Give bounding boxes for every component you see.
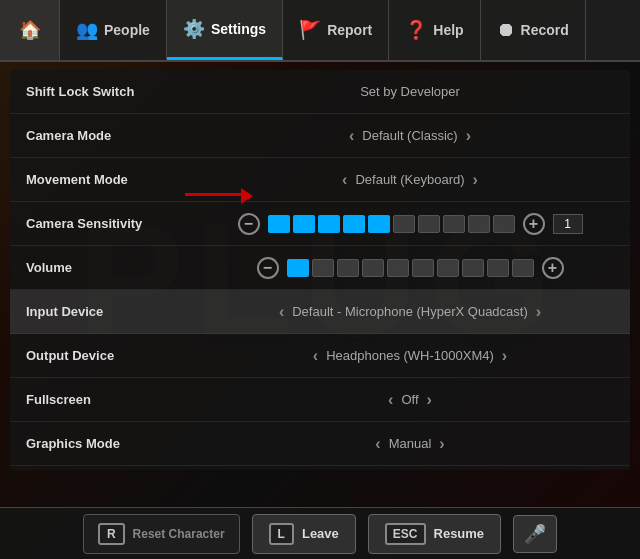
input-device-arrow	[185, 193, 245, 196]
sensitivity-blocks	[268, 215, 515, 233]
nav-help-label: Help	[433, 22, 463, 38]
label-camera-sensitivity: Camera Sensitivity	[26, 216, 206, 231]
settings-icon: ⚙️	[183, 18, 205, 40]
control-fullscreen: ‹ Off ›	[206, 391, 614, 409]
leave-key-badge: L	[269, 523, 294, 545]
volume-decrease[interactable]: −	[257, 257, 279, 279]
mic-button[interactable]: 🎤	[513, 515, 557, 553]
chevron-right-camera[interactable]: ›	[466, 127, 471, 145]
vol-block-4	[362, 259, 384, 277]
block-7	[418, 215, 440, 233]
block-2	[293, 215, 315, 233]
block-3	[318, 215, 340, 233]
label-output-device: Output Device	[26, 348, 206, 363]
resume-button[interactable]: ESC Resume	[368, 514, 501, 554]
chevron-right-input[interactable]: ›	[536, 303, 541, 321]
label-fullscreen: Fullscreen	[26, 392, 206, 407]
label-volume: Volume	[26, 260, 206, 275]
value-movement-mode: Default (Keyboard)	[355, 172, 464, 187]
control-volume: − +	[206, 257, 614, 279]
block-5	[368, 215, 390, 233]
vol-block-9	[487, 259, 509, 277]
nav-record-label: Record	[521, 22, 569, 38]
reset-key-badge: R	[98, 523, 125, 545]
chevron-left-movement[interactable]: ‹	[342, 171, 347, 189]
row-graphics-mode: Graphics Mode ‹ Manual ›	[10, 422, 630, 466]
row-fullscreen: Fullscreen ‹ Off ›	[10, 378, 630, 422]
row-volume: Volume − +	[10, 246, 630, 290]
block-10	[493, 215, 515, 233]
row-output-device: Output Device ‹ Headphones (WH-1000XM4) …	[10, 334, 630, 378]
row-movement-mode: Movement Mode ‹ Default (Keyboard) ›	[10, 158, 630, 202]
control-camera-sensitivity: − + 1	[206, 213, 614, 235]
chevron-right-output[interactable]: ›	[502, 347, 507, 365]
nav-home[interactable]: 🏠	[0, 0, 60, 60]
label-graphics-mode: Graphics Mode	[26, 436, 206, 451]
sensitivity-value: 1	[553, 214, 583, 234]
nav-help[interactable]: ❓ Help	[389, 0, 480, 60]
vol-block-8	[462, 259, 484, 277]
mic-icon: 🎤	[524, 523, 546, 545]
report-icon: 🚩	[299, 19, 321, 41]
nav-record[interactable]: ⏺ Record	[481, 0, 586, 60]
row-graphics-quality: Graphics Quality −	[10, 466, 630, 470]
settings-list: Shift Lock Switch Set by Developer Camer…	[10, 70, 630, 470]
bottom-bar: R Reset Character L Leave ESC Resume 🎤	[0, 507, 640, 559]
label-input-device: Input Device	[26, 304, 206, 319]
value-fullscreen: Off	[401, 392, 418, 407]
label-movement-mode: Movement Mode	[26, 172, 206, 187]
nav-report[interactable]: 🚩 Report	[283, 0, 389, 60]
block-6	[393, 215, 415, 233]
chevron-left-fullscreen[interactable]: ‹	[388, 391, 393, 409]
nav-settings-label: Settings	[211, 21, 266, 37]
record-icon: ⏺	[497, 20, 515, 41]
vol-block-1	[287, 259, 309, 277]
sensitivity-decrease[interactable]: −	[238, 213, 260, 235]
block-4	[343, 215, 365, 233]
reset-character-button[interactable]: R Reset Character	[83, 514, 240, 554]
chevron-right-movement[interactable]: ›	[473, 171, 478, 189]
resume-label: Resume	[434, 526, 485, 541]
control-camera-mode: ‹ Default (Classic) ›	[206, 127, 614, 145]
vol-block-3	[337, 259, 359, 277]
block-1	[268, 215, 290, 233]
volume-increase[interactable]: +	[542, 257, 564, 279]
chevron-left-output[interactable]: ‹	[313, 347, 318, 365]
row-shift-lock: Shift Lock Switch Set by Developer	[10, 70, 630, 114]
reset-label: Reset Character	[133, 527, 225, 541]
chevron-right-gfx-mode[interactable]: ›	[439, 435, 444, 453]
control-input-device: ‹ Default - Microphone (HyperX Quadcast)…	[206, 303, 614, 321]
row-camera-sensitivity: Camera Sensitivity − + 1	[10, 202, 630, 246]
vol-block-2	[312, 259, 334, 277]
control-graphics-mode: ‹ Manual ›	[206, 435, 614, 453]
sensitivity-increase[interactable]: +	[523, 213, 545, 235]
value-graphics-mode: Manual	[389, 436, 432, 451]
red-arrow-icon	[185, 193, 245, 196]
control-movement-mode: ‹ Default (Keyboard) ›	[206, 171, 614, 189]
volume-blocks	[287, 259, 534, 277]
help-icon: ❓	[405, 19, 427, 41]
value-input-device: Default - Microphone (HyperX Quadcast)	[292, 304, 528, 319]
leave-label: Leave	[302, 526, 339, 541]
nav-settings[interactable]: ⚙️ Settings	[167, 0, 283, 60]
chevron-right-fullscreen[interactable]: ›	[427, 391, 432, 409]
control-shift-lock: Set by Developer	[206, 84, 614, 99]
value-shift-lock: Set by Developer	[360, 84, 460, 99]
nav-people-label: People	[104, 22, 150, 38]
nav-bar: 🏠 👥 People ⚙️ Settings 🚩 Report ❓ Help ⏺…	[0, 0, 640, 62]
nav-people[interactable]: 👥 People	[60, 0, 167, 60]
home-icon: 🏠	[19, 19, 41, 41]
chevron-left-camera[interactable]: ‹	[349, 127, 354, 145]
chevron-left-input[interactable]: ‹	[279, 303, 284, 321]
resume-key-badge: ESC	[385, 523, 426, 545]
row-camera-mode: Camera Mode ‹ Default (Classic) ›	[10, 114, 630, 158]
chevron-left-gfx-mode[interactable]: ‹	[375, 435, 380, 453]
block-8	[443, 215, 465, 233]
value-output-device: Headphones (WH-1000XM4)	[326, 348, 494, 363]
label-shift-lock: Shift Lock Switch	[26, 84, 206, 99]
value-camera-mode: Default (Classic)	[362, 128, 457, 143]
label-camera-mode: Camera Mode	[26, 128, 206, 143]
leave-button[interactable]: L Leave	[252, 514, 356, 554]
control-output-device: ‹ Headphones (WH-1000XM4) ›	[206, 347, 614, 365]
vol-block-5	[387, 259, 409, 277]
